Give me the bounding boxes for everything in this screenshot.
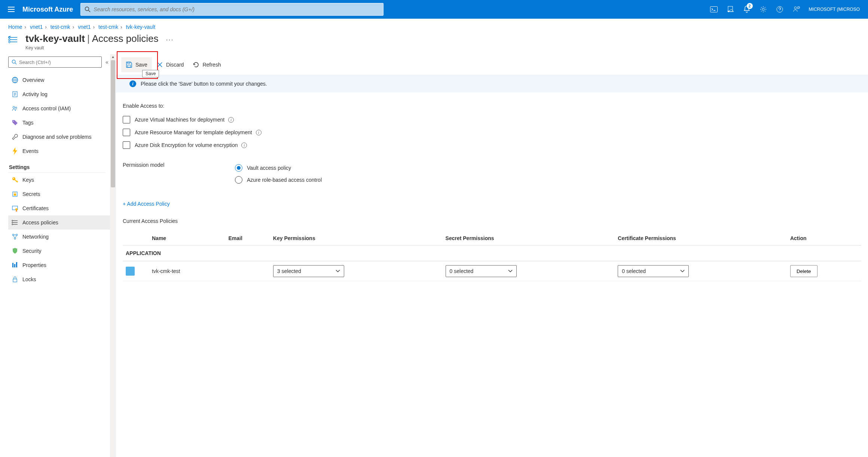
th-cert: Certificate Permissions	[615, 231, 787, 245]
sidebar-scrollbar[interactable]: ▲	[110, 54, 116, 457]
sidebar-search[interactable]	[8, 56, 102, 68]
key-vault-icon	[8, 34, 22, 48]
policy-row: tvk-cmk-test 3 selected 0 selected 0 sel…	[123, 261, 861, 281]
delete-button[interactable]: Delete	[790, 265, 817, 277]
breadcrumb-link[interactable]: test-cmk	[98, 24, 118, 30]
toolbar: Save Discard Refresh Save	[116, 54, 868, 75]
close-icon	[156, 61, 163, 68]
info-banner: i Please click the 'Save' button to comm…	[116, 75, 868, 92]
nav-networking[interactable]: Networking	[8, 230, 112, 244]
checkbox-arm-template[interactable]	[123, 129, 130, 136]
sidebar-search-input[interactable]	[19, 59, 98, 65]
policies-table: Name Email Key Permissions Secret Permis…	[123, 231, 861, 281]
people-icon	[10, 104, 19, 113]
nav-events[interactable]: Events	[8, 144, 112, 158]
svg-point-24	[15, 208, 18, 211]
add-access-policy-link[interactable]: + Add Access Policy	[123, 201, 170, 207]
breadcrumb-link[interactable]: tvk-key-vault	[126, 24, 155, 30]
breadcrumb-link[interactable]: vnet1	[78, 24, 91, 30]
feedback-icon[interactable]	[788, 0, 804, 19]
secret-permissions-select[interactable]: 0 selected	[446, 265, 517, 277]
nav-keys[interactable]: Keys	[8, 173, 112, 187]
nav-locks[interactable]: Locks	[8, 272, 112, 286]
svg-point-27	[14, 238, 16, 239]
global-search[interactable]	[80, 3, 383, 16]
radio-rbac[interactable]	[235, 176, 242, 184]
svg-point-4	[762, 8, 764, 10]
app-icon	[126, 267, 135, 276]
more-button[interactable]: ···	[166, 33, 174, 44]
svg-point-7	[12, 60, 15, 63]
nav-group-settings: Settings	[9, 164, 112, 170]
key-icon	[10, 175, 19, 184]
resource-type-label: Key vault	[25, 45, 158, 50]
shield-icon	[10, 246, 19, 255]
global-search-input[interactable]	[94, 6, 379, 12]
save-tooltip: Save	[142, 70, 159, 77]
info-icon[interactable]: i	[228, 117, 234, 123]
tenant-label[interactable]: MICROSOFT (MICROSO	[804, 7, 864, 12]
breadcrumb: Home› vnet1› test-cmk› vnet1› test-cmk› …	[0, 19, 868, 33]
th-key: Key Permissions	[270, 231, 443, 245]
svg-point-18	[13, 121, 14, 122]
policies-icon	[10, 218, 19, 227]
svg-rect-29	[14, 264, 15, 267]
svg-point-26	[16, 234, 18, 236]
nav-overview[interactable]: Overview	[8, 73, 112, 87]
key-permissions-select[interactable]: 3 selected	[273, 265, 344, 277]
checkbox-disk-encryption[interactable]	[123, 141, 130, 149]
brand-label[interactable]: Microsoft Azure	[22, 6, 73, 13]
nav-properties[interactable]: Properties	[8, 258, 112, 272]
networking-icon	[10, 232, 19, 241]
help-icon[interactable]	[771, 0, 788, 19]
lock-icon	[10, 275, 19, 284]
nav-activity-log[interactable]: Activity log	[8, 87, 112, 101]
checkbox-vm-deployment[interactable]	[123, 116, 130, 123]
svg-point-20	[13, 178, 14, 179]
svg-point-6	[794, 7, 797, 9]
nav-diagnose[interactable]: Diagnose and solve problems	[8, 130, 112, 144]
refresh-button[interactable]: Refresh	[188, 57, 225, 72]
chevron-down-icon	[680, 270, 685, 273]
log-icon	[10, 90, 19, 99]
nav-access-control[interactable]: Access control (IAM)	[8, 101, 112, 116]
svg-point-17	[15, 107, 17, 108]
breadcrumb-link[interactable]: test-cmk	[51, 24, 70, 30]
th-secret: Secret Permissions	[443, 231, 615, 245]
th-email: Email	[226, 231, 270, 245]
nav-access-policies[interactable]: Access policies	[8, 215, 112, 230]
cloud-shell-icon[interactable]	[706, 0, 722, 19]
svg-point-16	[13, 107, 15, 108]
wrench-icon	[10, 132, 19, 141]
info-icon[interactable]: i	[241, 142, 247, 148]
radio-vault-policy[interactable]	[235, 164, 242, 172]
svg-rect-28	[12, 263, 13, 267]
svg-point-0	[85, 7, 89, 11]
nav-security[interactable]: Security	[8, 244, 112, 258]
current-policies-label: Current Access Policies	[123, 218, 861, 224]
nav-secrets[interactable]: Secrets	[8, 187, 112, 201]
svg-rect-30	[16, 262, 17, 267]
breadcrumb-link[interactable]: Home	[8, 24, 22, 30]
settings-icon[interactable]	[755, 0, 771, 19]
sidebar: « Overview Activity log Access control (…	[0, 54, 116, 457]
bolt-icon	[10, 147, 19, 156]
nav-tags[interactable]: Tags	[8, 116, 112, 130]
nav-certificates[interactable]: Certificates	[8, 201, 112, 215]
svg-rect-2	[710, 7, 717, 12]
svg-rect-31	[13, 279, 17, 282]
breadcrumb-link[interactable]: vnet1	[30, 24, 43, 30]
th-action: Action	[787, 231, 861, 245]
top-bar: Microsoft Azure 2 MICROSOFT (MICROSO	[0, 0, 868, 19]
svg-rect-22	[14, 194, 16, 196]
info-icon[interactable]: i	[256, 130, 262, 135]
certificate-icon	[10, 204, 19, 213]
notifications-icon[interactable]: 2	[739, 0, 755, 19]
svg-point-25	[12, 234, 14, 236]
hamburger-button[interactable]	[4, 2, 19, 17]
svg-point-5	[777, 6, 783, 12]
directory-filter-icon[interactable]	[722, 0, 739, 19]
cert-permissions-select[interactable]: 0 selected	[618, 265, 689, 277]
page-header: tvk-key-vault|Access policies Key vault …	[0, 33, 868, 54]
notification-badge: 2	[747, 3, 753, 9]
